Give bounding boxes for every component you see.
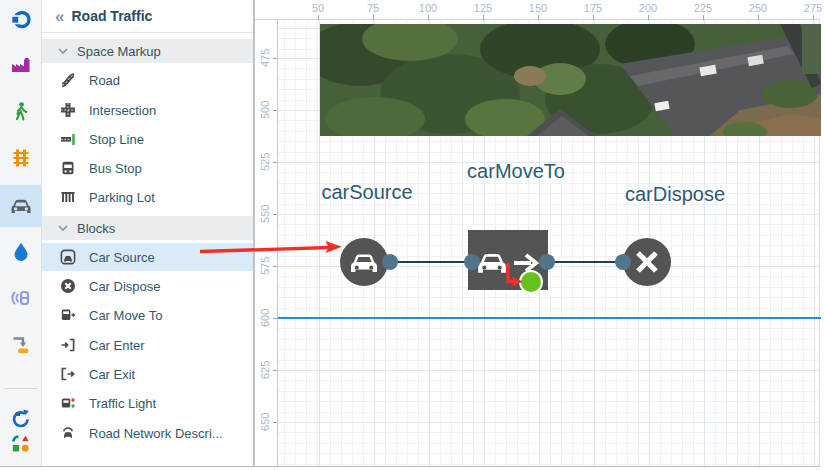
x-icon <box>634 249 660 275</box>
ruler-label: 250 <box>741 2 775 14</box>
bus-stop-icon <box>59 160 76 177</box>
palette-item-label: Road <box>89 73 120 88</box>
ruler-label: 475 <box>259 40 271 76</box>
block-label-carMoveTo: carMoveTo <box>467 160 565 183</box>
fluid-library-icon[interactable] <box>0 232 42 272</box>
railway-icon <box>9 146 33 170</box>
palette-item-label: Bus Stop <box>89 161 142 176</box>
connector-moveto-to-dispose[interactable] <box>547 261 623 263</box>
palette-item-car-dispose[interactable]: Car Dispose <box>42 272 253 300</box>
car-source-icon <box>59 249 76 266</box>
car-exit-icon <box>59 366 76 383</box>
palette-item-label: Car Move To <box>89 308 162 323</box>
ruler-label: 625 <box>259 352 271 388</box>
library-rail <box>0 0 42 466</box>
car-move-to-icon <box>59 307 76 324</box>
ruler-label: 225 <box>686 2 720 14</box>
block-label-carDispose: carDispose <box>625 183 725 206</box>
block-label-carSource: carSource <box>321 181 412 204</box>
ruler-label: 525 <box>259 144 271 180</box>
palette-item-car-exit[interactable]: Car Exit <box>42 360 253 388</box>
palette-item-intersection[interactable]: Intersection <box>42 96 253 124</box>
palette-item-stop-line[interactable]: Stop Line <box>42 125 253 153</box>
palette-item-label: Intersection <box>89 103 156 118</box>
satellite-image[interactable] <box>320 24 821 136</box>
block-carSource[interactable] <box>340 238 388 286</box>
palette-item-label: Traffic Light <box>89 396 156 411</box>
palette-item-road[interactable]: Road <box>42 66 253 94</box>
port-carSource-out[interactable] <box>382 254 398 270</box>
gis-library-icon[interactable] <box>0 278 42 318</box>
rail-library-icon[interactable] <box>0 138 42 178</box>
ruler-label: 75 <box>356 2 390 14</box>
car-enter-icon <box>59 337 76 354</box>
section-space-markup[interactable]: Space Markup <box>42 39 253 63</box>
chevron-down-icon <box>58 48 68 55</box>
rail-divider <box>4 388 38 389</box>
car-icon <box>348 250 380 274</box>
stop-line-icon <box>59 131 76 148</box>
ruler-label: 100 <box>411 2 445 14</box>
car-dispose-icon <box>59 278 76 295</box>
ruler-label: 50 <box>301 2 335 14</box>
flow-library-icon[interactable] <box>0 325 42 365</box>
port-carMoveTo-out[interactable] <box>539 254 555 270</box>
arrow-into-bar-icon <box>9 333 33 357</box>
palette-title: Road Traffic <box>71 8 152 24</box>
ruler-label: 175 <box>576 2 610 14</box>
palette-panel: « Road Traffic Space Markup Road Interse… <box>42 0 255 466</box>
ruler-label: 125 <box>466 2 500 14</box>
palette-item-car-move-to[interactable]: Car Move To <box>42 301 253 329</box>
connector-source-to-moveto[interactable] <box>390 261 472 263</box>
horizontal-ruler: 50 75 100 125 150 175 200 225 250 275 <box>255 0 820 20</box>
model-canvas[interactable]: carSource carMoveTo carDispose <box>277 20 820 466</box>
process-modeling-library-icon[interactable] <box>0 0 42 40</box>
palette-item-label: Car Dispose <box>89 279 161 294</box>
port-carMoveTo-in[interactable] <box>464 254 480 270</box>
collapse-palette-icon[interactable]: « <box>55 8 64 25</box>
car-icon <box>8 194 34 218</box>
ruler-label: 550 <box>259 196 271 232</box>
palette-item-label: Car Exit <box>89 367 135 382</box>
road-network-description-icon <box>59 425 76 442</box>
palette-item-car-source[interactable]: Car Source <box>42 243 253 271</box>
car-icon <box>475 249 509 275</box>
process-modeling-icon <box>9 8 33 32</box>
presentation-library-icon[interactable] <box>0 424 42 464</box>
palette-item-traffic-light[interactable]: Traffic Light <box>42 389 253 417</box>
palette-item-label: Stop Line <box>89 132 144 147</box>
ruler-label: 500 <box>259 92 271 128</box>
section-label: Blocks <box>77 221 115 236</box>
vertical-ruler: 475 500 525 550 575 600 625 650 <box>255 20 277 466</box>
traffic-light-icon <box>59 395 76 412</box>
intersection-icon <box>59 102 76 119</box>
port-carDispose-in[interactable] <box>615 254 631 270</box>
palette-item-road-network-description[interactable]: Road Network Descri... <box>42 419 253 447</box>
anylogic-editor: « Road Traffic Space Markup Road Interse… <box>0 0 824 470</box>
ruler-label: 150 <box>521 2 555 14</box>
palette-item-parking-lot[interactable]: Parking Lot <box>42 183 253 211</box>
pedestrian-library-icon[interactable] <box>0 92 42 132</box>
shapes-icon <box>9 432 33 456</box>
section-blocks[interactable]: Blocks <box>42 216 253 240</box>
droplet-icon <box>9 240 33 264</box>
palette-item-car-enter[interactable]: Car Enter <box>42 331 253 359</box>
ruler-label: 575 <box>259 248 271 284</box>
factory-icon <box>9 54 33 78</box>
blue-guide-polyline[interactable] <box>278 317 821 319</box>
palette-item-label: Car Enter <box>89 338 145 353</box>
palette-item-label: Road Network Descri... <box>89 426 223 441</box>
palette-item-label: Parking Lot <box>89 190 155 205</box>
palette-item-label: Car Source <box>89 250 155 265</box>
road-traffic-library-icon[interactable] <box>0 185 42 227</box>
ruler-label: 600 <box>259 300 271 336</box>
editor-bottom-border <box>0 466 820 467</box>
section-label: Space Markup <box>77 44 161 59</box>
road-icon <box>59 72 76 89</box>
palette-item-bus-stop[interactable]: Bus Stop <box>42 154 253 182</box>
palette-header: « Road Traffic <box>42 0 253 33</box>
material-handling-library-icon[interactable] <box>0 46 42 86</box>
chevron-down-icon <box>58 225 68 232</box>
ruler-label: 650 <box>259 404 271 440</box>
parking-lot-icon <box>59 189 76 206</box>
